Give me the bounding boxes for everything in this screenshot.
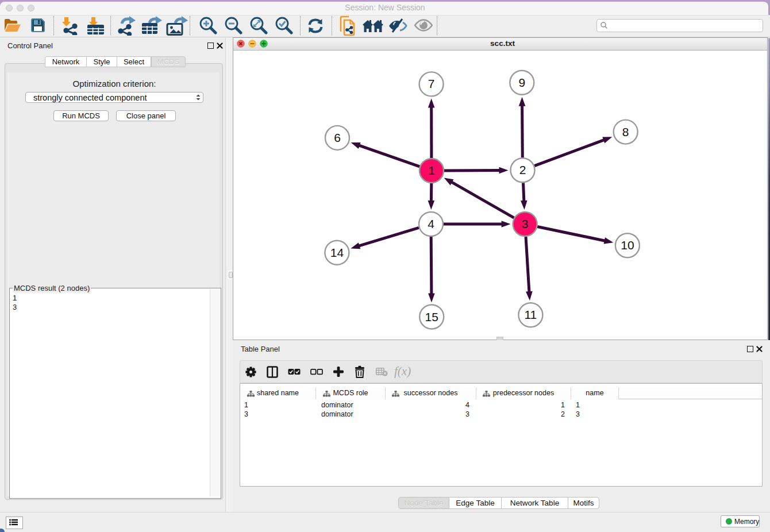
svg-text:6: 6	[334, 131, 341, 144]
svg-text:9: 9	[518, 76, 525, 89]
svg-text:10: 10	[621, 238, 634, 252]
svg-text:8: 8	[622, 125, 629, 138]
svg-text:3: 3	[522, 217, 529, 230]
svg-text:7: 7	[428, 77, 435, 90]
svg-text:11: 11	[524, 308, 537, 321]
svg-text:1: 1	[428, 164, 435, 177]
svg-text:15: 15	[425, 310, 438, 323]
svg-text:14: 14	[330, 246, 344, 259]
svg-text:2: 2	[519, 163, 526, 176]
svg-text:4: 4	[428, 217, 434, 230]
